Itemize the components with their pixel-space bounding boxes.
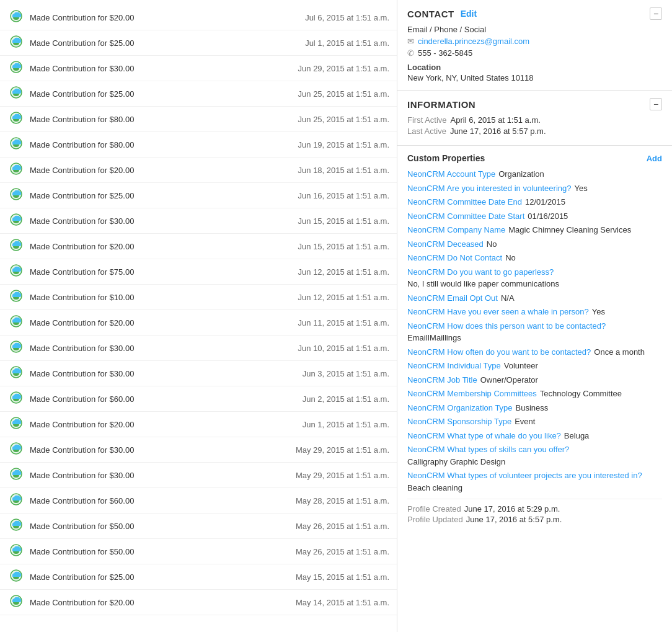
custom-property-value: EmailIMaillings — [407, 332, 461, 344]
custom-property-key: NeonCRM Account Type — [407, 168, 495, 180]
contribution-icon — [7, 543, 25, 560]
activity-row[interactable]: Made Contribution for $25.00Jul 1, 2015 … — [0, 30, 397, 56]
activity-row[interactable]: Made Contribution for $30.00Jun 29, 2015… — [0, 56, 397, 81]
activity-label: Made Contribution for $10.00 — [30, 293, 298, 302]
activity-date: Jun 15, 2015 at 1:51 a.m. — [298, 216, 389, 226]
first-active-value: April 6, 2015 at 1:51 a.m. — [451, 115, 541, 125]
activity-label: Made Contribution for $50.00 — [30, 522, 296, 531]
activity-row[interactable]: Made Contribution for $50.00May 26, 2015… — [0, 514, 397, 539]
activity-date: Jun 12, 2015 at 1:51 a.m. — [298, 293, 389, 302]
activity-row[interactable]: Made Contribution for $60.00May 28, 2015… — [0, 488, 397, 514]
custom-property-key: NeonCRM Are you interested in volunteeri… — [407, 182, 571, 195]
custom-property-value: Owner/Operator — [480, 374, 538, 386]
custom-property-key: NeonCRM Company Name — [407, 224, 505, 236]
activity-label: Made Contribution for $30.00 — [30, 64, 298, 73]
email-link[interactable]: cinderella.princezs@gmail.com — [418, 37, 529, 46]
custom-property-key: NeonCRM What type of whale do you like? — [407, 430, 561, 442]
profile-created-value: June 17, 2016 at 5:29 p.m. — [464, 504, 560, 514]
activity-label: Made Contribution for $60.00 — [30, 496, 296, 505]
activity-row[interactable]: Made Contribution for $10.00Jun 12, 2015… — [0, 285, 397, 310]
activity-date: Jun 16, 2015 at 1:51 a.m. — [298, 191, 389, 200]
activity-row[interactable]: Made Contribution for $30.00May 29, 2015… — [0, 463, 397, 488]
information-collapse-button[interactable]: − — [650, 98, 662, 110]
right-panel: CONTACT Edit − Email / Phone / Social ✉ … — [397, 0, 672, 632]
activity-label: Made Contribution for $80.00 — [30, 140, 298, 149]
add-property-button[interactable]: Add — [647, 154, 662, 163]
activity-label: Made Contribution for $30.00 — [30, 216, 298, 226]
contribution-icon — [7, 187, 25, 204]
custom-property-key: NeonCRM What types of skills can you off… — [407, 443, 569, 456]
activity-label: Made Contribution for $30.00 — [30, 445, 296, 455]
activity-row[interactable]: Made Contribution for $30.00May 29, 2015… — [0, 437, 397, 463]
activity-date: May 26, 2015 at 1:51 a.m. — [296, 547, 389, 556]
contribution-icon — [7, 466, 25, 484]
custom-property-key: NeonCRM Committee Date Start — [407, 210, 524, 223]
activity-row[interactable]: Made Contribution for $75.00Jun 12, 2015… — [0, 259, 397, 285]
contact-edit-link[interactable]: Edit — [461, 9, 477, 19]
custom-property-row: NeonCRM Organization Type Business — [407, 402, 662, 414]
custom-property-key: NeonCRM Email Opt Out — [407, 292, 498, 305]
contact-title: CONTACT — [407, 9, 454, 19]
contribution-icon — [7, 594, 25, 611]
custom-property-key: NeonCRM Deceased — [407, 238, 484, 251]
custom-property-value: No — [505, 252, 516, 264]
custom-property-key: NeonCRM Job Title — [407, 374, 477, 386]
phone-row: ✆ 555 - 362-5845 — [407, 48, 662, 58]
custom-property-key: NeonCRM Membership Committees — [407, 388, 537, 400]
activity-row[interactable]: Made Contribution for $80.00Jun 25, 2015… — [0, 107, 397, 132]
activity-row[interactable]: Made Contribution for $20.00May 14, 2015… — [0, 590, 397, 615]
custom-property-row: NeonCRM Do Not Contact No — [407, 252, 662, 264]
activity-row[interactable]: Made Contribution for $25.00Jun 16, 2015… — [0, 183, 397, 208]
contribution-icon — [7, 212, 25, 229]
activity-row[interactable]: Made Contribution for $60.00Jun 2, 2015 … — [0, 386, 397, 412]
activity-row[interactable]: Made Contribution for $20.00Jun 11, 2015… — [0, 310, 397, 336]
activity-row[interactable]: Made Contribution for $25.00Jun 25, 2015… — [0, 81, 397, 107]
profile-updated-row: Profile Updated June 17, 2016 at 5:57 p.… — [407, 515, 662, 524]
activity-label: Made Contribution for $25.00 — [30, 38, 305, 48]
contact-collapse-button[interactable]: − — [650, 7, 662, 20]
contribution-icon — [7, 441, 25, 458]
last-active-row: Last Active June 17, 2016 at 5:57 p.m. — [407, 127, 662, 136]
activity-date: Jun 1, 2015 at 1:51 a.m. — [303, 420, 389, 429]
custom-properties-section: Custom Properties Add NeonCRM Account Ty… — [397, 146, 672, 533]
custom-property-row: NeonCRM How does this person want to be … — [407, 320, 662, 344]
custom-property-value: Event — [515, 416, 535, 428]
activity-date: May 28, 2015 at 1:51 a.m. — [296, 496, 389, 505]
activity-row[interactable]: Made Contribution for $80.00Jun 19, 2015… — [0, 132, 397, 158]
activity-date: Jun 10, 2015 at 1:51 a.m. — [298, 344, 389, 353]
location-value: New York, NY, United States 10118 — [407, 73, 662, 82]
contribution-icon — [7, 161, 25, 179]
email-icon: ✉ — [407, 37, 414, 46]
activity-date: Jun 19, 2015 at 1:51 a.m. — [298, 140, 389, 149]
custom-properties-list: NeonCRM Account Type OrganizationNeonCRM… — [407, 168, 662, 494]
custom-property-row: NeonCRM Email Opt Out N/A — [407, 292, 662, 305]
activity-label: Made Contribution for $25.00 — [30, 191, 298, 200]
custom-property-value: Beluga — [564, 430, 589, 442]
activity-row[interactable]: Made Contribution for $50.00May 26, 2015… — [0, 539, 397, 564]
activity-row[interactable]: Made Contribution for $20.00Jun 1, 2015 … — [0, 412, 397, 437]
contribution-icon — [7, 492, 25, 509]
first-active-row: First Active April 6, 2015 at 1:51 a.m. — [407, 115, 662, 125]
activity-row[interactable]: Made Contribution for $30.00Jun 3, 2015 … — [0, 361, 397, 386]
last-active-value: June 17, 2016 at 5:57 p.m. — [450, 127, 546, 136]
custom-property-row: NeonCRM What types of skills can you off… — [407, 443, 662, 468]
custom-property-row: NeonCRM Sponsorship Type Event — [407, 416, 662, 428]
activity-row[interactable]: Made Contribution for $20.00Jul 6, 2015 … — [0, 5, 397, 30]
activity-row[interactable]: Made Contribution for $20.00Jun 15, 2015… — [0, 234, 397, 259]
activity-date: Jun 3, 2015 at 1:51 a.m. — [303, 369, 389, 378]
activity-row[interactable]: Made Contribution for $25.00May 15, 2015… — [0, 564, 397, 590]
custom-property-value: Organization — [498, 168, 544, 180]
custom-property-key: NeonCRM Do you want to go paperless? — [407, 266, 554, 278]
activity-label: Made Contribution for $25.00 — [30, 572, 296, 582]
custom-property-key: NeonCRM Committee Date End — [407, 196, 522, 208]
activity-row[interactable]: Made Contribution for $30.00Jun 15, 2015… — [0, 208, 397, 234]
activity-date: Jun 25, 2015 at 1:51 a.m. — [298, 89, 389, 99]
activity-row[interactable]: Made Contribution for $30.00Jun 10, 2015… — [0, 336, 397, 361]
custom-property-row: NeonCRM How often do you want to be cont… — [407, 346, 662, 358]
activity-label: Made Contribution for $30.00 — [30, 369, 303, 378]
activity-date: Jun 25, 2015 at 1:51 a.m. — [298, 115, 389, 124]
activity-label: Made Contribution for $20.00 — [30, 318, 298, 327]
custom-property-key: NeonCRM Sponsorship Type — [407, 416, 511, 428]
activity-row[interactable]: Made Contribution for $20.00Jun 18, 2015… — [0, 158, 397, 183]
custom-property-key: NeonCRM Organization Type — [407, 402, 513, 414]
